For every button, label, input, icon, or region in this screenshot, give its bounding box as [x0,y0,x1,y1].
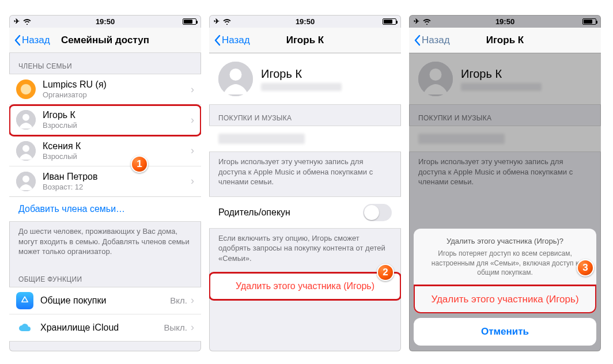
parent-switch[interactable] [363,204,392,221]
parent-label: Родитель/опекун [218,207,290,218]
page-title: Игорь К [286,35,324,46]
back-label: Назад [422,35,450,46]
member-row-ivan[interactable]: Иван Петров Возраст: 12 › [9,166,201,196]
chevron-left-icon [14,35,21,46]
sheet-cancel-label: Отменить [481,326,529,337]
profile-header: Игорь К [409,53,601,105]
member-role: Организатор [43,90,191,100]
appstore-icon [16,292,33,309]
parent-guardian-row[interactable]: Родитель/опекун [209,196,401,229]
svg-point-3 [22,145,29,151]
section-header-members: ЧЛЕНЫ СЕМЬИ [9,53,201,74]
back-label: Назад [222,35,250,46]
member-name: Игорь К [43,109,191,121]
back-button[interactable]: Назад [214,35,250,46]
airplane-icon: ✈︎ [14,17,20,25]
remove-member-button[interactable]: Удалить этого участника (Игорь) [209,272,401,300]
member-role: Возраст: 12 [43,183,191,192]
remove-label: Удалить этого участника (Игорь) [236,281,374,291]
member-role: Взрослый [43,121,191,130]
step-badge-1: 1 [131,156,148,173]
chevron-right-icon: › [191,145,194,157]
battery-icon [582,18,596,25]
avatar-icon [16,141,36,161]
page-title: Семейный доступ [61,35,149,46]
sheet-cancel-button[interactable]: Отменить [414,318,596,346]
purchases-footer: Игорь использует эту учетную запись для … [409,152,601,196]
status-time: 19:50 [96,17,115,26]
purchases-account-row[interactable] [209,126,401,152]
shared-label: Хранилище iCloud [40,323,164,333]
sheet-remove-label: Удалить этого участника (Игорь) [431,294,578,305]
members-group: Lumpics RU (я) Организатор › Игорь К Взр… [9,74,201,197]
shared-group: Общие покупки Вкл. › Хранилище iCloud Вы… [9,287,201,342]
nav-bar: Назад Семейный доступ [9,28,201,53]
section-header-purchases: ПОКУПКИ И МУЗЫКА [409,105,601,126]
chevron-right-icon: › [191,294,194,306]
status-bar: ✈︎ 19:50 [9,15,201,28]
svg-point-9 [430,69,442,81]
chevron-left-icon [214,35,221,46]
shared-icloud-row[interactable]: Хранилище iCloud Выкл. › [9,314,201,341]
member-row-ksenia[interactable]: Ксения К Взрослый › [9,136,201,166]
profile-name: Игорь К [461,67,542,81]
svg-point-5 [22,176,29,183]
chevron-right-icon: › [191,321,194,333]
screen-remove-confirm: ✈︎ 19:50 Назад Игорь К Игорь К ПОКУПКИ И… [409,15,601,351]
svg-point-8 [418,62,453,96]
member-row-organizer[interactable]: Lumpics RU (я) Организатор › [9,74,201,105]
shared-purchases-row[interactable]: Общие покупки Вкл. › [9,287,201,314]
chevron-left-icon [414,35,421,46]
sheet-title: Удалить этого участника (Игорь)? [414,229,596,248]
shared-value: Выкл. [164,323,187,332]
airplane-icon: ✈︎ [214,17,220,25]
purchases-footer: Игорь использует эту учетную запись для … [209,152,401,196]
wifi-icon [223,18,231,25]
shared-value: Вкл. [170,295,187,305]
status-time: 19:50 [296,17,315,26]
profile-email-hidden [461,83,542,91]
back-button[interactable]: Назад [414,35,450,46]
avatar-icon [218,62,253,96]
airplane-icon: ✈︎ [414,17,419,25]
wifi-icon [423,18,431,25]
action-sheet: Удалить этого участника (Игорь)? Игорь п… [414,229,596,346]
status-bar: ✈︎ 19:50 [209,15,401,28]
members-footer: До шести человек, проживающих у Вас дома… [9,222,201,266]
avatar-icon [16,79,36,99]
account-hidden [218,134,305,144]
svg-point-1 [22,114,29,121]
wifi-icon [23,18,31,25]
status-bar: ✈︎ 19:50 [409,15,601,28]
avatar-icon [418,62,453,96]
battery-icon [183,18,196,25]
chevron-right-icon: › [191,114,194,126]
member-name: Иван Петров [43,171,191,183]
chevron-right-icon: › [191,175,194,187]
screen-family-sharing: ✈︎ 19:50 Назад Семейный доступ ЧЛЕНЫ СЕМ… [9,15,201,351]
battery-icon [383,18,396,25]
status-time: 19:50 [495,17,514,26]
back-label: Назад [22,35,50,46]
nav-bar: Назад Игорь К [409,28,601,53]
icloud-icon [16,319,33,336]
nav-bar: Назад Игорь К [209,28,401,53]
profile-header: Игорь К [209,53,401,105]
member-name: Ксения К [43,141,191,152]
back-button[interactable]: Назад [14,35,50,46]
section-header-shared: ОБЩИЕ ФУНКЦИИ [9,266,201,287]
add-member-label: Добавить члена семьи… [18,204,125,214]
step-badge-2: 2 [377,264,394,281]
add-member-row[interactable]: Добавить члена семьи… [9,197,201,222]
screen-member-detail: ✈︎ 19:50 Назад Игорь К Игорь К ПОКУПКИ И… [209,15,401,351]
sheet-subtitle: Игорь потеряет доступ ко всем сервисам, … [414,248,596,285]
purchases-account-row[interactable] [409,126,601,152]
member-role: Взрослый [43,152,191,161]
account-hidden [418,134,505,144]
member-name: Lumpics RU (я) [43,79,191,90]
shared-label: Общие покупки [40,295,170,306]
member-row-igor[interactable]: Игорь К Взрослый › [9,105,201,135]
svg-point-7 [230,69,242,81]
sheet-remove-button[interactable]: Удалить этого участника (Игорь) [414,285,596,313]
avatar-icon [16,172,36,191]
